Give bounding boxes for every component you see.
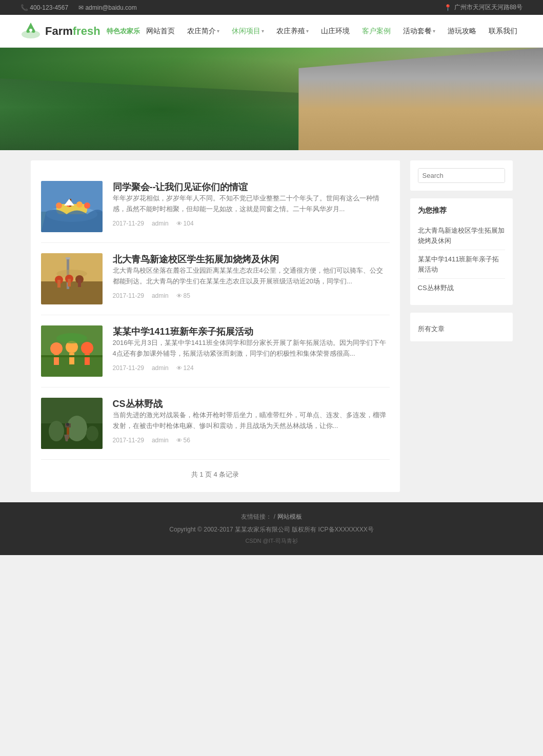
footer-links: 友情链接： / 网站模板	[10, 513, 533, 521]
nav-contact[interactable]: 联系我们	[484, 23, 522, 40]
article-author: admin	[152, 364, 169, 372]
pagination: 共 1 页 4 条记录	[41, 460, 390, 482]
logo-subtitle: 特色农家乐	[107, 27, 140, 36]
article-author: admin	[152, 292, 169, 299]
svg-rect-14	[66, 257, 70, 259]
topbar-right: 📍 广州市天河区天河路88号	[444, 3, 522, 12]
svg-point-24	[50, 342, 63, 355]
all-articles-link[interactable]: 所有文章	[418, 320, 505, 334]
svg-rect-27	[69, 353, 74, 364]
svg-rect-21	[78, 279, 81, 287]
search-input[interactable]	[418, 169, 505, 182]
footer-copyright: Copyright © 2002-2017 某某农家乐有限公司 版权所有 ICP…	[10, 525, 533, 534]
article-date: 2017-11-29	[113, 292, 144, 299]
svg-rect-12	[41, 281, 103, 304]
article-content: 北大青鸟新途校区学生拓展加烧烤及休闲 北大青鸟校区坐落在麓谷工业园距离某某生态农…	[113, 253, 390, 304]
article-title[interactable]: CS丛林野战	[113, 399, 163, 409]
recommended-link[interactable]: 某某中学1411班新年亲子拓展活动	[418, 250, 505, 279]
main-nav: 网站首页 农庄简介 ▾ 休闲项目 ▾ 农庄养殖 ▾ 山庄环境 客户案例 活动套餐…	[141, 23, 522, 40]
nav-cases[interactable]: 客户案例	[357, 23, 396, 40]
article-content: 某某中学1411班新年亲子拓展活动 2016年元月3日，某某中学1411班全体同…	[113, 325, 390, 377]
location-icon: 📍	[444, 4, 452, 11]
svg-point-36	[86, 426, 98, 441]
svg-point-8	[76, 201, 83, 208]
logo-image	[21, 20, 41, 42]
sidebar: 🔍 为您推荐 北大青鸟新途校区学生拓展加烧烤及休闲 某某中学1411班新年亲子拓…	[410, 160, 513, 492]
article-views: 85	[176, 292, 190, 299]
nav-activities[interactable]: 休闲项目 ▾	[227, 23, 269, 40]
footer: 友情链接： / 网站模板 Copyright © 2002-2017 某某农家乐…	[0, 502, 543, 555]
nav-scenery[interactable]: 山庄环境	[316, 23, 355, 40]
widget-title: 为您推荐	[418, 206, 505, 215]
article-item: 北大青鸟新途校区学生拓展加烧烤及休闲 北大青鸟校区坐落在麓谷工业园距离某某生态农…	[41, 243, 390, 315]
search-box: 🔍	[410, 160, 513, 191]
footer-links-sep: /	[274, 513, 277, 520]
nav-about[interactable]: 农庄简介 ▾	[182, 23, 225, 40]
article-views: 124	[176, 364, 194, 372]
hero-banner	[0, 48, 543, 150]
article-date: 2017-11-29	[113, 364, 144, 372]
header: Farmfresh 特色农家乐 网站首页 农庄简介 ▾ 休闲项目 ▾ 农庄养殖 …	[0, 15, 543, 48]
nav-farming[interactable]: 农庄养殖 ▾	[271, 23, 314, 40]
topbar-left: 📞 400-123-4567 ✉ admin@baidu.com	[21, 4, 137, 11]
recommended-widget: 为您推荐 北大青鸟新途校区学生拓展加烧烤及休闲 某某中学1411班新年亲子拓展活…	[410, 198, 513, 305]
recommended-link[interactable]: CS丛林野战	[418, 279, 505, 297]
phone-number: 400-123-4567	[30, 4, 68, 11]
phone-info: 📞 400-123-4567	[21, 4, 68, 11]
article-meta: 2017-11-29 admin 85	[113, 292, 390, 299]
footer-credit: CSDN @IT-司马青衫	[10, 537, 533, 545]
address: 广州市天河区天河路88号	[454, 3, 522, 12]
svg-point-34	[49, 421, 64, 441]
article-thumbnail	[41, 325, 103, 377]
article-item: CS丛林野战 当前先进的激光对战装备，枪体开枪时带后坐力，瞄准带红外，可单点、连…	[41, 387, 390, 460]
article-desc: 当前先进的激光对战装备，枪体开枪时带后坐力，瞄准带红外，可单点、连发、多连发，榴…	[113, 410, 390, 432]
article-desc: 2016年元月3日，某某中学1411班全体同学和部分家长开展了新年拓展活动。因为…	[113, 338, 390, 359]
article-title[interactable]: 同学聚会--让我们见证你们的情谊	[113, 182, 248, 192]
article-title[interactable]: 北大青鸟新途校区学生拓展加烧烤及休闲	[113, 254, 279, 264]
phone-icon: 📞	[21, 4, 28, 11]
article-views: 104	[176, 220, 194, 227]
article-desc: 年年岁岁花相似，岁岁年年人不同。不知不觉已毕业整整二十个年头了。世间有这么一种情…	[113, 193, 390, 215]
main-wrapper: 同学聚会--让我们见证你们的情谊 年年岁岁花相似，岁岁年年人不同。不知不觉已毕业…	[26, 160, 518, 492]
nav-packages[interactable]: 活动套餐 ▾	[398, 23, 440, 40]
search-input-wrap: 🔍	[418, 168, 505, 183]
article-date: 2017-11-29	[113, 220, 144, 227]
all-articles-widget: 所有文章	[410, 313, 513, 341]
svg-point-1	[29, 29, 32, 32]
logo[interactable]: Farmfresh 特色农家乐	[21, 20, 140, 42]
article-thumbnail	[41, 181, 103, 232]
article-item: 某某中学1411班新年亲子拓展活动 2016年元月3日，某某中学1411班全体同…	[41, 315, 390, 387]
nav-guide[interactable]: 游玩攻略	[443, 23, 481, 40]
svg-point-31	[56, 333, 87, 343]
article-meta: 2017-11-29 admin 56	[113, 437, 390, 444]
articles-panel: 同学聚会--让我们见证你们的情谊 年年岁岁花相似，岁岁年年人不同。不知不觉已毕业…	[31, 160, 400, 492]
svg-rect-19	[57, 280, 61, 288]
article-meta: 2017-11-29 admin 124	[113, 364, 390, 372]
recommended-link[interactable]: 北大青鸟新途校区学生拓展加烧烤及休闲	[418, 221, 505, 250]
email-address: admin@baidu.com	[85, 4, 136, 11]
svg-point-39	[66, 423, 69, 426]
article-author: admin	[152, 220, 169, 227]
footer-links-label: 友情链接：	[241, 513, 272, 520]
article-title[interactable]: 某某中学1411班新年亲子拓展活动	[113, 326, 253, 337]
svg-rect-20	[68, 279, 71, 287]
logo-text: Farmfresh	[45, 25, 100, 38]
email-info: ✉ admin@baidu.com	[78, 4, 137, 11]
article-author: admin	[152, 437, 169, 444]
footer-template-link[interactable]: 网站模板	[277, 513, 302, 520]
svg-point-35	[67, 416, 87, 441]
article-desc: 北大青鸟校区坐落在麓谷工业园距离某某生态农庄4公里，交通很方便，他们可以骑车、公…	[113, 265, 390, 287]
article-thumbnail	[41, 253, 103, 304]
article-date: 2017-11-29	[113, 437, 144, 444]
svg-rect-30	[41, 355, 103, 357]
article-content: 同学聚会--让我们见证你们的情谊 年年岁岁花相似，岁岁年年人不同。不知不觉已毕业…	[113, 181, 390, 232]
pagination-text: 共 1 页 4 条记录	[191, 471, 239, 478]
article-item: 同学聚会--让我们见证你们的情谊 年年岁岁花相似，岁岁年年人不同。不知不觉已毕业…	[41, 171, 390, 243]
article-content: CS丛林野战 当前先进的激光对战装备，枪体开枪时带后坐力，瞄准带红外，可单点、连…	[113, 398, 390, 449]
article-meta: 2017-11-29 admin 104	[113, 220, 390, 227]
svg-point-6	[56, 202, 62, 209]
article-thumbnail	[41, 398, 103, 449]
nav-home[interactable]: 网站首页	[141, 23, 180, 40]
email-icon: ✉	[78, 4, 84, 11]
svg-point-9	[84, 202, 90, 209]
